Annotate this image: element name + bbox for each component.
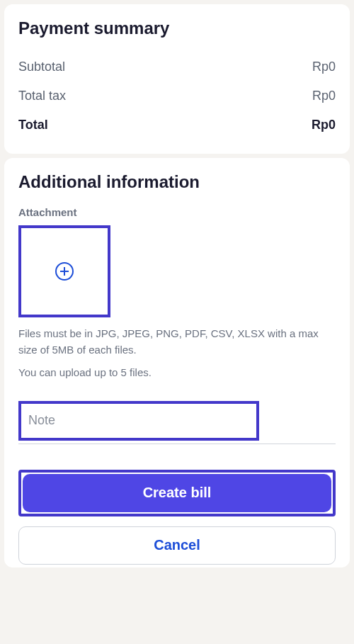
- payment-summary-card: Payment summary Subtotal Rp0 Total tax R…: [4, 4, 350, 154]
- cancel-button[interactable]: Cancel: [18, 526, 336, 565]
- action-buttons: Create bill Cancel: [18, 470, 336, 565]
- create-button-highlight: Create bill: [18, 470, 336, 516]
- file-format-hint: Files must be in JPG, JPEG, PNG, PDF, CS…: [18, 326, 336, 358]
- subtotal-value: Rp0: [312, 60, 336, 74]
- plus-circle-icon: [55, 262, 74, 281]
- note-underline: [18, 444, 336, 444]
- attachment-upload-box[interactable]: [18, 225, 110, 317]
- total-tax-label: Total tax: [18, 89, 66, 103]
- additional-info-title: Additional information: [18, 172, 336, 192]
- total-tax-value: Rp0: [312, 89, 336, 103]
- subtotal-label: Subtotal: [18, 60, 65, 74]
- total-label: Total: [18, 118, 48, 132]
- additional-info-card: Additional information Attachment Files …: [4, 158, 350, 567]
- attachment-label: Attachment: [18, 206, 336, 218]
- upload-limit-hint: You can upload up to 5 files.: [18, 365, 336, 381]
- create-bill-button[interactable]: Create bill: [23, 474, 331, 512]
- total-row: Total Rp0: [18, 111, 336, 140]
- note-input[interactable]: [21, 413, 256, 428]
- total-value: Rp0: [312, 118, 336, 132]
- subtotal-row: Subtotal Rp0: [18, 52, 336, 81]
- payment-summary-title: Payment summary: [18, 18, 336, 38]
- total-tax-row: Total tax Rp0: [18, 81, 336, 111]
- note-field-wrap[interactable]: [18, 401, 259, 441]
